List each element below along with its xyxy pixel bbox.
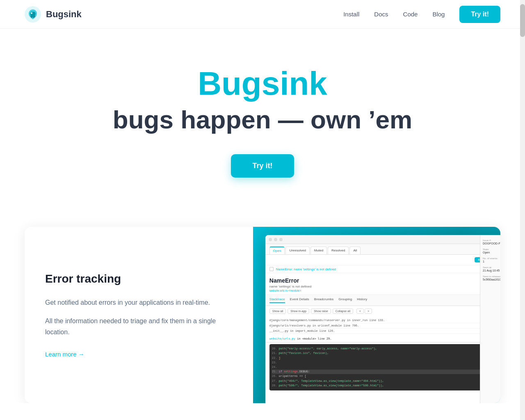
mock-code-line-20: 20. path("early-access/", early_access, … xyxy=(272,347,500,351)
mock-sidebar-issue: Issue #: DOGFOOD-FOR-B... xyxy=(483,239,500,245)
mock-sidebar-release: Seen in releases: 5c5f00aa1610... xyxy=(483,275,500,281)
mock-sidebar-state-val: Open xyxy=(483,251,490,254)
mock-sidebar-state-label: State: xyxy=(483,248,500,251)
mock-tab-resolved[interactable]: Resolved xyxy=(328,247,349,254)
mock-issue-header: NameError name 'settings' is not defined… xyxy=(265,273,500,295)
mock-prev-btn[interactable]: < xyxy=(356,308,364,314)
mock-code-line-21: 21. path("favicon.ico", favicon), xyxy=(272,351,500,356)
hero-brand-title: Bugsink xyxy=(25,66,500,102)
nav-code-link[interactable]: Code xyxy=(403,11,418,18)
mock-code-line-23: 23. xyxy=(272,361,500,365)
feature-title: Error tracking xyxy=(45,272,233,285)
svg-point-1 xyxy=(31,12,32,14)
nav-install-link[interactable]: Install xyxy=(343,11,359,18)
mock-detail-tab-history[interactable]: History xyxy=(357,297,367,303)
mock-code-line-24: 24. xyxy=(272,365,500,370)
hero-section: Bugsink bugs happen — own ’em Try it! xyxy=(0,29,525,202)
scrollbar-thumb[interactable] xyxy=(520,4,525,37)
mock-detail-tabs: Stacktrace Event Details Breadcrumbs Gro… xyxy=(265,295,500,306)
mock-code-line-26: 26. urlpatterns == [ xyxy=(272,374,500,379)
feature-content: Error tracking Get notified about errors… xyxy=(25,227,253,403)
mock-toolbar: Resolved in next release xyxy=(265,255,500,265)
mock-code-file: website/urls.py xyxy=(269,337,295,340)
mock-sidebar-state: State: Open xyxy=(483,248,500,254)
feature-screenshot: Open Unresolved Muted Resolved All Resol… xyxy=(253,227,500,403)
mock-sidebar-seen-val: 21 Aug 10:45 CE... xyxy=(483,269,500,272)
nav-try-button[interactable]: Try it! xyxy=(459,6,500,23)
mock-detail-tab-grouping[interactable]: Grouping xyxy=(338,297,352,303)
mock-sidebar-issue-label: Issue #: xyxy=(483,239,500,242)
mock-issue-tabs: Open Unresolved Muted Resolved All xyxy=(265,244,500,255)
mock-issue-name-link[interactable]: NameError: name 'settings' is not define… xyxy=(276,267,336,271)
mock-sidebar: Issue #: DOGFOOD-FOR-B... State: Open No… xyxy=(480,235,500,403)
mock-show-all-btn[interactable]: Show all xyxy=(269,308,286,314)
mock-show-raise-btn[interactable]: Show raise xyxy=(311,308,331,314)
mock-collapse-all-btn[interactable]: Collapse all xyxy=(333,308,353,314)
mock-tab-open[interactable]: Open xyxy=(269,247,285,254)
feature-section: Error tracking Get notified about errors… xyxy=(25,227,500,403)
feature-learn-more-link[interactable]: Learn more → xyxy=(45,351,233,358)
mock-error-desc: name 'settings' is not defined xyxy=(269,285,500,288)
mock-code-block: 20. path("early-access/", early_access, … xyxy=(269,344,500,390)
mock-error-name: NameError xyxy=(269,277,500,284)
mock-detail-tab-breadcrumbs[interactable]: Breadcrumbs xyxy=(314,297,334,303)
mock-code-line-22: 22. ] xyxy=(272,356,500,361)
mock-next-btn[interactable]: > xyxy=(365,308,372,314)
mock-sidebar-release-val: 5c5f00aa1610... xyxy=(483,278,500,281)
mock-code-line-28: 28. path("500/", TemplateView.as_view(te… xyxy=(272,383,500,388)
feature-desc-2: All the information needed to triage and… xyxy=(45,315,233,338)
mock-sidebar-events-label: No. of events: xyxy=(483,257,500,260)
brand-logo-icon xyxy=(25,6,41,23)
mock-tab-all[interactable]: All xyxy=(349,247,361,254)
mock-error-location: website.urls in <module> xyxy=(269,289,500,292)
mock-sidebar-release-label: Seen in releases: xyxy=(483,275,500,278)
brand[interactable]: Bugsink xyxy=(25,6,82,23)
mock-detail-tab-stacktrace[interactable]: Stacktrace xyxy=(269,297,285,303)
mock-sidebar-seen-label: Seen at: xyxy=(483,266,500,269)
navigation: Bugsink Install Docs Code Blog Try it! xyxy=(0,0,525,29)
mock-sidebar-issue-val: DOGFOOD-FOR-B... xyxy=(483,242,500,245)
mock-show-inapp-btn[interactable]: Show in-app xyxy=(288,308,309,314)
nav-links: Install Docs Code Blog Try it! xyxy=(343,6,500,23)
mock-code-line-27: 27. path("404/", TemplateView.as_view(te… xyxy=(272,379,500,383)
mock-trace-line-2: django/urls/resolvers.py in urlconf_modu… xyxy=(269,323,500,329)
mock-detail-tab-events[interactable]: Event Details xyxy=(290,297,309,303)
mock-browser: Open Unresolved Muted Resolved All Resol… xyxy=(265,235,500,403)
mock-actions: Show all Show in-app Show raise Collapse… xyxy=(265,306,500,316)
nav-blog-link[interactable]: Blog xyxy=(432,11,445,18)
brand-text: Bugsink xyxy=(46,9,82,20)
mock-trace: django/core/management/commands/runserve… xyxy=(265,316,500,336)
hero-subtitle: bugs happen — own ’em xyxy=(25,106,500,134)
feature-desc-1: Get notified about errors in your applic… xyxy=(45,297,233,308)
nav-docs-link[interactable]: Docs xyxy=(374,11,388,18)
mock-tab-unresolved[interactable]: Unresolved xyxy=(285,247,309,254)
mock-trace-line-3: __init__.py in import_module line 126. xyxy=(269,329,500,334)
mock-sidebar-events-val: 1 xyxy=(483,260,484,263)
mock-code-line-25: 25. if settings.DEBUG: xyxy=(272,370,500,374)
mock-tab-muted[interactable]: Muted xyxy=(310,247,327,254)
hero-cta-button[interactable]: Try it! xyxy=(231,154,294,178)
mock-trace-line-1: django/core/management/commands/runserve… xyxy=(269,318,500,323)
mock-sidebar-events: No. of events: 1 xyxy=(483,257,500,263)
mock-code-module: in <module> line 29. xyxy=(297,337,331,340)
mock-sidebar-seen: Seen at: 21 Aug 10:45 CE... xyxy=(483,266,500,272)
page-scrollbar[interactable] xyxy=(520,0,525,403)
